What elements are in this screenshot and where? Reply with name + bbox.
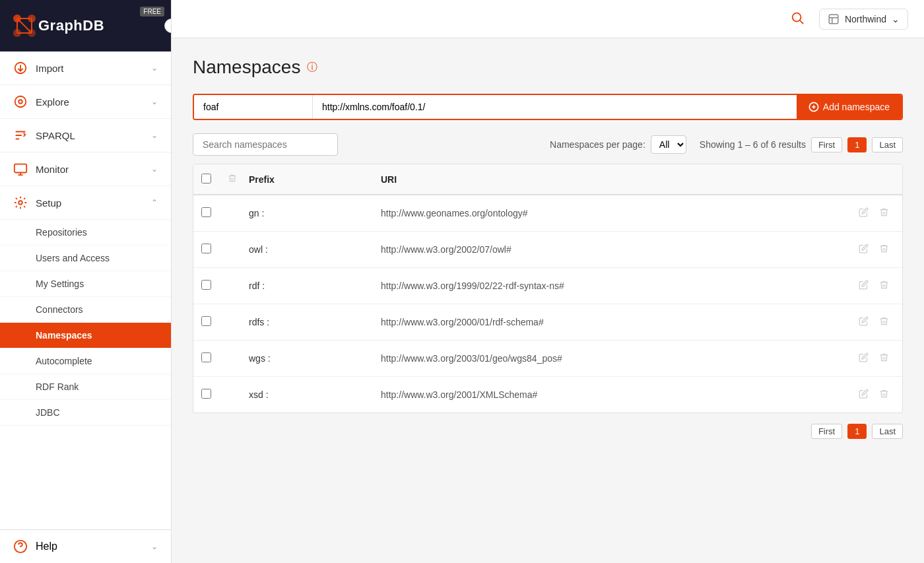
row-actions-xsd: [849, 386, 902, 403]
help-label: Help: [36, 541, 57, 552]
help-chevron: ⌄: [151, 542, 158, 551]
graphdb-logo-icon: [11, 12, 38, 40]
search-namespaces-input[interactable]: [193, 133, 338, 156]
row-checkbox-cell: [193, 347, 217, 370]
row-prefix-gn: gn :: [241, 203, 373, 224]
setup-label: Setup: [36, 197, 61, 209]
bottom-first-button[interactable]: First: [811, 424, 842, 439]
header-checkbox-cell: [193, 174, 217, 185]
row-checkbox-rdfs[interactable]: [201, 316, 211, 326]
edit-button-rdfs[interactable]: [856, 314, 871, 331]
setup-chevron: ⌃: [151, 198, 158, 207]
global-search-icon: [790, 11, 805, 25]
namespace-prefix-input[interactable]: [194, 95, 313, 119]
table-row: owl : http://www.w3.org/2002/07/owl#: [193, 232, 902, 268]
namespace-uri-input[interactable]: [313, 95, 797, 119]
row-checkbox-gn[interactable]: [201, 207, 211, 217]
edit-icon-xsd: [859, 389, 869, 399]
delete-icon-xsd: [879, 389, 889, 399]
svg-point-13: [18, 201, 22, 205]
delete-button-xsd[interactable]: [876, 386, 892, 403]
repo-chevron: ⌄: [892, 14, 900, 24]
edit-button-rdf[interactable]: [856, 277, 871, 294]
bottom-pagination: First 1 Last: [193, 424, 903, 439]
sidebar-item-users-and-access[interactable]: Users and Access: [0, 246, 171, 271]
explore-chevron: ⌄: [151, 97, 158, 106]
app-title: GraphDB: [38, 17, 104, 34]
global-search-button[interactable]: [786, 7, 808, 31]
row-delete-placeholder: [217, 353, 241, 364]
sidebar-item-rdf-rank[interactable]: RDF Rank: [0, 374, 171, 400]
header-prefix: Prefix: [241, 174, 373, 185]
sidebar-item-jdbc[interactable]: JDBC: [0, 400, 171, 426]
bottom-last-button[interactable]: Last: [872, 424, 903, 439]
svg-line-16: [800, 20, 803, 24]
topbar: Northwind ⌄: [172, 0, 924, 38]
sidebar-item-connectors[interactable]: Connectors: [0, 297, 171, 323]
svg-rect-12: [15, 164, 26, 173]
delete-all-button[interactable]: [225, 171, 240, 187]
import-label: Import: [36, 63, 64, 74]
row-checkbox-rdf[interactable]: [201, 280, 211, 290]
delete-button-gn[interactable]: [876, 205, 892, 222]
edit-button-gn[interactable]: [856, 205, 871, 222]
row-delete-placeholder: [217, 389, 241, 400]
sidebar-collapse-button[interactable]: ‹: [164, 18, 172, 33]
row-prefix-wgs: wgs :: [241, 348, 373, 369]
delete-button-owl[interactable]: [876, 241, 892, 258]
row-checkbox-cell: [193, 202, 217, 224]
sidebar-item-explore[interactable]: Explore ⌄: [0, 85, 171, 119]
sidebar-item-my-settings[interactable]: My Settings: [0, 271, 171, 297]
sidebar-item-autocomplete[interactable]: Autocomplete: [0, 348, 171, 374]
help-icon: [13, 539, 28, 554]
edit-button-owl[interactable]: [856, 241, 871, 258]
row-uri-gn: http://www.geonames.org/ontology#: [373, 203, 849, 224]
pagination-last-button[interactable]: Last: [872, 137, 903, 152]
repository-selector[interactable]: Northwind ⌄: [819, 9, 908, 30]
edit-icon-rdfs: [859, 316, 869, 326]
delete-button-rdf[interactable]: [876, 277, 892, 294]
pagination-controls-top: Namespaces per page: All 10 25 Showing 1…: [550, 135, 903, 154]
per-page-label: Namespaces per page:: [550, 139, 645, 150]
row-checkbox-owl[interactable]: [201, 244, 211, 253]
select-all-checkbox[interactable]: [201, 174, 211, 183]
sidebar-item-sparql[interactable]: SPARQL ⌄: [0, 119, 171, 152]
sidebar-item-setup[interactable]: Setup ⌃: [0, 186, 171, 220]
table-row: rdf : http://www.w3.org/1999/02/22-rdf-s…: [193, 268, 902, 304]
edit-button-wgs[interactable]: [856, 350, 871, 367]
row-checkbox-wgs[interactable]: [201, 352, 211, 362]
sidebar-item-repositories[interactable]: Repositories: [0, 220, 171, 246]
row-uri-rdf: http://www.w3.org/1999/02/22-rdf-syntax-…: [373, 275, 849, 296]
row-checkbox-cell: [193, 238, 217, 261]
per-page-select[interactable]: All 10 25: [651, 135, 686, 154]
sidebar-item-monitor[interactable]: Monitor ⌄: [0, 152, 171, 186]
repo-name: Northwind: [845, 14, 886, 24]
edit-button-xsd[interactable]: [856, 386, 871, 403]
add-namespace-button[interactable]: Add namespace: [797, 95, 902, 119]
pagination-page-1-button[interactable]: 1: [847, 137, 867, 152]
table-row: gn : http://www.geonames.org/ontology#: [193, 195, 902, 232]
row-checkbox-cell: [193, 383, 217, 406]
delete-button-rdfs[interactable]: [876, 314, 892, 331]
sidebar-nav: Import ⌄ Explore ⌄ SPARQL ⌄: [0, 51, 171, 529]
bottom-page-1-button[interactable]: 1: [847, 424, 867, 439]
svg-point-10: [15, 96, 26, 108]
svg-point-15: [793, 13, 801, 22]
row-uri-owl: http://www.w3.org/2002/07/owl#: [373, 239, 849, 260]
import-icon: [13, 61, 28, 75]
sidebar-item-namespaces[interactable]: Namespaces: [0, 323, 171, 348]
pagination-first-button[interactable]: First: [811, 137, 842, 152]
row-actions-rdfs: [849, 314, 902, 331]
row-checkbox-cell: [193, 311, 217, 333]
row-checkbox-xsd[interactable]: [201, 389, 211, 399]
pagination-showing-text: Showing 1 – 6 of 6 results: [700, 139, 806, 150]
sidebar-footer[interactable]: Help ⌄: [0, 529, 171, 563]
search-wrap: [193, 133, 338, 156]
edit-icon-owl: [859, 244, 869, 253]
sidebar-item-import[interactable]: Import ⌄: [0, 51, 171, 85]
explore-label: Explore: [36, 96, 69, 108]
page-info-icon[interactable]: ⓘ: [307, 61, 317, 75]
delete-button-wgs[interactable]: [876, 350, 892, 367]
namespaces-table: Prefix URI gn : http://www.geonames.org/…: [193, 164, 903, 413]
monitor-icon: [13, 162, 28, 176]
